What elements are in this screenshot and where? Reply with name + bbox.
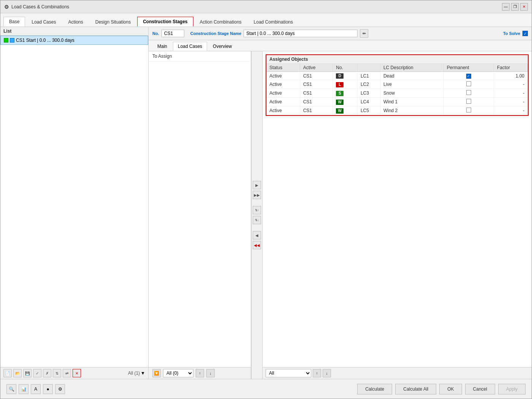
cell-status: Active: [266, 72, 300, 80]
footer-right: Calculate Calculate All OK Cancel Apply: [357, 384, 526, 394]
title-bar-left: ⚙ Load Cases & Combinations: [4, 4, 69, 10]
cell-active: CS1: [300, 72, 333, 80]
to-assign-bottom-bar: 🔽 All (0) ↑ ↓: [149, 367, 251, 379]
cell-no: LC4: [357, 98, 380, 106]
save-button[interactable]: 💾: [23, 369, 32, 377]
sort-button[interactable]: ⇄: [63, 369, 71, 377]
to-assign-dropdown[interactable]: All (0): [163, 369, 193, 377]
cs-header: No. Construction Stage Name ✏ To Solve ✓: [149, 27, 532, 40]
cs-name-label: Construction Stage Name: [190, 31, 241, 36]
table-row: Active CS1 L LC2 Live -: [266, 80, 528, 89]
subtab-main[interactable]: Main: [152, 42, 172, 51]
cell-no: LC5: [357, 106, 380, 115]
table-row: Active CS1 D LC1 Dead ✓ 1.00: [266, 72, 528, 80]
sort-desc-button[interactable]: ↓: [206, 369, 215, 377]
cell-permanent[interactable]: [443, 98, 494, 106]
uncheck-button[interactable]: ✗: [43, 369, 51, 377]
assigned-sort-asc[interactable]: ↑: [313, 369, 321, 377]
cs-name-field: Construction Stage Name ✏: [190, 29, 368, 38]
unassign-all-button[interactable]: ◀◀: [253, 241, 261, 249]
list-header: List: [0, 27, 148, 36]
calculate-all-button[interactable]: Calculate All: [395, 384, 436, 394]
footer-dot-button[interactable]: ●: [43, 384, 53, 394]
color-indicator-green: [4, 38, 8, 43]
footer-text-button[interactable]: A: [31, 384, 41, 394]
cell-factor: -: [494, 106, 527, 115]
check-button[interactable]: ✓: [33, 369, 41, 377]
delete-button[interactable]: ✕: [73, 369, 81, 377]
new-button[interactable]: 📄: [3, 369, 12, 377]
footer-info-button[interactable]: 📊: [19, 384, 28, 394]
cell-permanent[interactable]: [443, 80, 494, 89]
tab-load-combinations[interactable]: Load Combinations: [248, 17, 299, 27]
ok-button[interactable]: OK: [439, 384, 462, 394]
permanent-checkbox-unchecked[interactable]: [466, 81, 471, 86]
list-count: All (1): [128, 370, 140, 376]
move-button[interactable]: ⇅: [53, 369, 61, 377]
window-title: Load Cases & Combinations: [11, 4, 69, 10]
permanent-checkbox-unchecked[interactable]: [466, 90, 471, 95]
assigned-footer: All ↑ ↓: [263, 367, 532, 379]
cell-active: CS1: [300, 98, 333, 106]
cell-no: LC3: [357, 89, 380, 98]
left-panel: List CS1 Start | 0.0 ... 300.0 days 📄 📂 …: [0, 27, 149, 379]
cs-solve-label: To Solve: [503, 31, 520, 36]
assign-area: To Assign 🔽 All (0) ↑ ↓ ▶ ▶▶: [149, 51, 532, 379]
cs-no-label: No.: [152, 31, 159, 36]
unassign-single-button[interactable]: ◀: [253, 231, 261, 239]
assign-single-button[interactable]: ▶: [253, 181, 261, 189]
col-no: No.: [333, 64, 358, 72]
col-lc-name: LC Description: [380, 64, 443, 72]
filter-button[interactable]: 🔽: [152, 369, 161, 377]
cell-factor: -: [494, 80, 527, 89]
tab-action-combinations[interactable]: Action Combinations: [194, 17, 247, 27]
cs-name-input[interactable]: [244, 30, 358, 37]
sort-asc-button[interactable]: ↑: [196, 369, 204, 377]
list-all-dropdown[interactable]: All (1) ▼: [128, 370, 145, 376]
cell-active: CS1: [300, 89, 333, 98]
cell-permanent[interactable]: ✓: [443, 72, 494, 80]
cancel-button[interactable]: Cancel: [465, 384, 495, 394]
list-item[interactable]: CS1 Start | 0.0 ... 300.0 days: [0, 36, 148, 45]
assigned-title: Assigned Objects: [266, 55, 528, 64]
edit-name-button[interactable]: ✏: [360, 29, 368, 38]
cs-no-input[interactable]: [162, 30, 184, 37]
tab-construction-stages[interactable]: Construction Stages: [137, 17, 193, 27]
close-button[interactable]: ✕: [520, 3, 528, 11]
cell-badge: S: [333, 89, 358, 98]
restore-button[interactable]: ❐: [511, 3, 519, 11]
cell-desc: Live: [380, 80, 443, 89]
assigned-dropdown[interactable]: All: [266, 369, 311, 377]
footer-search-button[interactable]: 🔍: [6, 384, 16, 394]
permanent-checkbox-unchecked[interactable]: [466, 108, 471, 112]
lc-badge-w1: W: [336, 100, 344, 105]
cell-permanent[interactable]: [443, 106, 494, 115]
tab-base[interactable]: Base: [3, 17, 25, 27]
calculate-button[interactable]: Calculate: [357, 384, 392, 394]
assign-all-button[interactable]: ▶▶: [253, 191, 261, 199]
move-down-button[interactable]: ⇅↓: [253, 216, 261, 224]
minimize-button[interactable]: —: [502, 3, 510, 11]
dropdown-arrow-icon: ▼: [141, 370, 145, 376]
lc-badge-l: L: [336, 82, 344, 87]
cell-active: CS1: [300, 106, 333, 115]
permanent-checkbox-unchecked[interactable]: [466, 99, 471, 104]
apply-button[interactable]: Apply: [498, 384, 526, 394]
permanent-checkbox-checked[interactable]: ✓: [466, 74, 471, 79]
subtab-overview[interactable]: Overview: [208, 42, 237, 51]
solve-checkbox[interactable]: ✓: [522, 31, 528, 36]
assigned-panel: Assigned Objects Status Active No. LC De…: [263, 51, 532, 379]
tab-actions[interactable]: Actions: [62, 17, 89, 27]
cell-desc: Dead: [380, 72, 443, 80]
assigned-sort-desc[interactable]: ↓: [323, 369, 331, 377]
tab-load-cases[interactable]: Load Cases: [26, 17, 62, 27]
cell-status: Active: [266, 106, 300, 115]
subtab-load-cases[interactable]: Load Cases: [173, 42, 207, 51]
tab-design-situations[interactable]: Design Situations: [90, 17, 136, 27]
cell-permanent[interactable]: [443, 89, 494, 98]
footer-settings-button[interactable]: ⚙: [55, 384, 65, 394]
cell-active: CS1: [300, 80, 333, 89]
move-up-button[interactable]: ⇅↑: [253, 206, 261, 214]
cell-no: LC1: [357, 72, 380, 80]
open-button[interactable]: 📂: [13, 369, 22, 377]
